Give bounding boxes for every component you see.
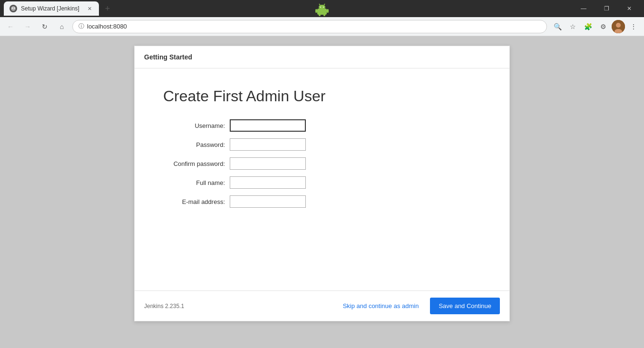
back-button[interactable]: ← [4,20,17,33]
svg-point-4 [319,5,325,10]
email-label: E-mail address: [163,198,230,205]
menu-icon[interactable]: ⋮ [627,20,640,33]
svg-rect-11 [319,14,321,16]
maximize-button[interactable]: ❐ [595,0,617,17]
home-button[interactable]: ⌂ [55,20,68,33]
window-controls: — ❐ ✕ [573,0,640,17]
extension-icon[interactable]: 🧩 [581,20,595,33]
fullname-label: Full name: [163,179,230,186]
wizard-header-title: Getting Started [144,53,192,61]
tab-favicon [10,5,17,12]
skip-continue-button[interactable]: Skip and continue as admin [337,299,425,313]
svg-rect-12 [323,14,325,16]
fullname-row: Full name: [163,176,481,189]
forward-button[interactable]: → [21,20,34,33]
fullname-input[interactable] [230,176,306,189]
confirm-password-label: Confirm password: [163,160,230,167]
search-icon[interactable]: 🔍 [551,20,564,33]
android-logo [315,2,329,18]
refresh-button[interactable]: ↻ [38,20,51,33]
svg-point-5 [320,7,321,8]
wizard-footer: Jenkins 2.235.1 Skip and continue as adm… [135,290,509,321]
close-button[interactable]: ✕ [618,0,640,17]
page-content: Getting Started Create First Admin User … [0,36,644,331]
bookmark-star-icon[interactable]: ☆ [566,20,579,33]
address-bar: ← → ↻ ⌂ ⓘ localhost:8080 🔍 ☆ 🧩 ⚙ ⋮ [0,17,644,36]
password-label: Password: [163,141,230,148]
username-label: Username: [163,122,230,129]
svg-line-8 [324,4,325,5]
minimize-button[interactable]: — [573,0,595,17]
svg-point-0 [11,6,16,11]
puzzle-icon[interactable]: ⚙ [596,20,610,33]
confirm-password-row: Confirm password: [163,157,481,170]
profile-avatar[interactable] [612,20,625,33]
url-text: localhost:8080 [87,23,127,30]
svg-point-2 [14,8,15,9]
form-title: Create First Admin User [163,87,481,105]
password-input[interactable] [230,138,306,151]
confirm-password-input[interactable] [230,157,306,170]
wizard-container: Getting Started Create First Admin User … [134,46,510,321]
browser-tab[interactable]: Setup Wizard [Jenkins] ✕ [4,1,99,16]
title-bar: Setup Wizard [Jenkins] ✕ + — ❐ ✕ [0,0,644,17]
username-row: Username: [163,119,481,132]
email-row: E-mail address: [163,195,481,208]
wizard-header: Getting Started [135,46,509,68]
new-tab-button[interactable]: + [101,2,114,15]
tab-title: Setup Wizard [Jenkins] [21,5,79,12]
version-text: Jenkins 2.235.1 [144,303,184,309]
svg-point-1 [12,8,13,9]
save-continue-button[interactable]: Save and Continue [430,298,500,314]
address-bar-icons: 🔍 ☆ 🧩 ⚙ ⋮ [551,20,640,33]
password-row: Password: [163,138,481,151]
username-input[interactable] [230,119,306,132]
wizard-body: Create First Admin User Username: Passwo… [135,68,509,290]
svg-rect-9 [315,9,317,13]
url-lock-icon: ⓘ [78,22,84,30]
url-bar[interactable]: ⓘ localhost:8080 [72,20,547,33]
svg-line-7 [319,4,320,5]
tab-close-button[interactable]: ✕ [86,5,93,12]
email-input[interactable] [230,195,306,208]
svg-point-6 [323,7,324,8]
svg-point-14 [616,23,621,28]
svg-rect-10 [327,9,329,13]
